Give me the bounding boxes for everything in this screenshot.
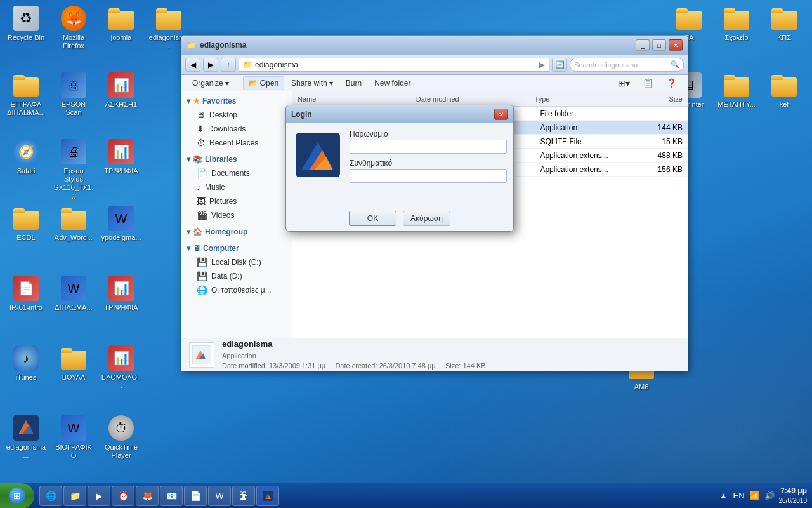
- search-bar[interactable]: Search ediagonisma 🔍: [570, 58, 684, 72]
- cancel-button[interactable]: Ακύρωση: [403, 211, 450, 226]
- folder-kps-icon[interactable]: ΚΠΣ: [761, 3, 807, 44]
- date-modified-value: 13/3/2009 1:31 μμ: [269, 362, 325, 370]
- taskbar-app6-button[interactable]: 📧: [160, 486, 183, 506]
- ok-button[interactable]: OK: [349, 211, 396, 226]
- taskbar-ie-button[interactable]: 🌐: [39, 486, 62, 506]
- nav-pictures[interactable]: 🖼 Pictures: [181, 194, 292, 208]
- clock-time: 7:49 μμ: [779, 486, 808, 497]
- firefox-icon[interactable]: 🦊 Mozilla Firefox: [51, 3, 96, 53]
- local-disk-icon: 💾: [197, 257, 207, 267]
- ediagonisma-bot-icon[interactable]: ediagonisma...: [3, 413, 49, 462]
- taskbar-ediagonisma-button[interactable]: [256, 486, 279, 506]
- libraries-header[interactable]: ▾ 📚 Libraries: [181, 152, 292, 166]
- libraries-arrow-icon: ▾: [187, 155, 190, 164]
- eggrafa-icon[interactable]: ΕΓΓΡΑΦΑ ΔΙΠΛΩΜΑ...: [3, 70, 49, 119]
- help-button[interactable]: ❓: [660, 76, 683, 90]
- diploma-icon[interactable]: W ΔΙΠΛΩΜΑ...: [51, 273, 96, 314]
- login-form: Παρωνύμιο Συνθηματικό: [350, 130, 507, 199]
- share-with-button[interactable]: Share with ▾: [285, 76, 339, 90]
- favorites-star-icon: ★: [193, 97, 200, 105]
- word-icon: W: [214, 490, 225, 502]
- homegroup-header[interactable]: ▾ 🏠 Homegroup: [181, 225, 292, 239]
- folder-sxoleio-icon[interactable]: Σχολείο: [714, 3, 759, 44]
- voula-icon[interactable]: ΒΟΥΛΑ: [51, 343, 96, 384]
- back-button[interactable]: ◀: [185, 58, 200, 72]
- login-buttons: OK Ακύρωση: [286, 206, 513, 231]
- nav-downloads[interactable]: ⬇ Downloads: [181, 122, 292, 136]
- app4-icon: ⏰: [117, 490, 129, 502]
- epson-scan-icon[interactable]: 🖨 EPSON Scan: [51, 70, 96, 119]
- taskbar-explorer-button[interactable]: 📁: [63, 486, 86, 506]
- password-input[interactable]: [350, 169, 507, 183]
- col-date-header: Date modified: [416, 95, 535, 103]
- date-created-label: Date created:: [335, 362, 377, 370]
- ecdl-icon[interactable]: ECDL: [3, 203, 49, 244]
- ir01-icon[interactable]: 📄 IR-01-intro: [3, 273, 49, 314]
- preview-button[interactable]: 📋: [637, 76, 659, 90]
- taskbar-firefox-button[interactable]: 🦊: [136, 486, 159, 506]
- nav-network[interactable]: 🌐 Οι τοποθεσίες μ...: [181, 283, 292, 297]
- taskbar-word-button[interactable]: W: [208, 486, 231, 506]
- quicktime-icon[interactable]: ⏱ QuickTime Player: [98, 413, 144, 462]
- date-modified-label: Date modified:: [222, 362, 267, 370]
- new-folder-button[interactable]: New folder: [369, 76, 416, 90]
- favorites-header[interactable]: ▾ ★ Favorites: [181, 94, 292, 108]
- start-button[interactable]: [0, 483, 34, 509]
- tray-lang-icon[interactable]: EN: [733, 490, 745, 502]
- joomla-icon[interactable]: joomla: [98, 3, 144, 44]
- askisi1-icon[interactable]: 📊 ΑΣΚΗΣΗ1: [98, 70, 144, 111]
- recycle-bin-icon[interactable]: ♻ Recycle Bin: [3, 3, 49, 44]
- refresh-button[interactable]: 🔄: [552, 58, 567, 72]
- taskbar-zip-button[interactable]: 🗜: [232, 486, 255, 506]
- viografiko-icon[interactable]: W ΒΙΟΓΡΑΦΙΚΟ: [51, 413, 96, 462]
- nav-desktop[interactable]: 🖥 Desktop: [181, 108, 292, 122]
- organize-button[interactable]: Organize ▾: [187, 76, 235, 90]
- epson-stylus-icon[interactable]: 🖨 Epson Stylus SX110_TX1...: [51, 137, 96, 203]
- close-button[interactable]: ✕: [669, 39, 683, 51]
- taskbar-media-button[interactable]: ▶: [88, 486, 110, 506]
- safari-icon[interactable]: 🧭 Safari: [3, 137, 49, 178]
- login-logo: [292, 130, 343, 180]
- username-input[interactable]: [350, 140, 507, 154]
- forward-button[interactable]: ▶: [203, 58, 218, 72]
- view-button[interactable]: ⊞▾: [612, 76, 636, 90]
- tripsyfia2-icon[interactable]: 📊 ΤΡΙΨΗΦΙΑ: [98, 273, 144, 314]
- nav-documents[interactable]: 📄 Documents: [181, 166, 292, 180]
- taskbar-items: 🌐 📁 ▶ ⏰ 🦊 📧 📄 W 🗜: [37, 486, 713, 506]
- music-nav-icon: ♪: [197, 182, 201, 192]
- kef-icon[interactable]: kef: [761, 70, 807, 111]
- tray-network-icon[interactable]: 📶: [749, 490, 760, 502]
- nav-data-disk[interactable]: 💾 Data (D:): [181, 269, 292, 283]
- computer-header[interactable]: ▾ 🖥 Computer: [181, 241, 292, 255]
- tripsyfia1-icon[interactable]: 📊 ΤΡΙΨΗΦΙΑ: [98, 137, 144, 178]
- search-placeholder: Search ediagonisma: [574, 61, 638, 69]
- taskbar-app7-button[interactable]: 📄: [184, 486, 207, 506]
- itunes-icon[interactable]: ♪ iTunes: [3, 343, 49, 384]
- burn-button[interactable]: Burn: [340, 76, 367, 90]
- up-button[interactable]: ↑: [221, 58, 236, 72]
- address-bar[interactable]: 📁 ediagonisma ▶: [239, 58, 549, 72]
- open-icon: 📂: [249, 79, 258, 88]
- detail-dates: Date modified: 13/3/2009 1:31 μμ Date cr…: [222, 361, 486, 371]
- nav-local-disk[interactable]: 💾 Local Disk (C:): [181, 255, 292, 269]
- start-orb: [9, 488, 25, 504]
- adv-word-icon[interactable]: Adv_Word...: [51, 203, 96, 244]
- col-name-header: Name: [298, 95, 416, 103]
- tray-sound-icon[interactable]: 🔊: [764, 490, 775, 502]
- nav-recent-places[interactable]: ⏱ Recent Places: [181, 136, 292, 150]
- desktop-nav-icon: 🖥: [197, 110, 206, 120]
- taskbar-app4-button[interactable]: ⏰: [112, 486, 134, 506]
- address-icon: 📁: [243, 60, 252, 69]
- vathmo-icon[interactable]: 📊 ΒΑΘΜΟΛΟ...: [98, 343, 144, 392]
- nav-videos[interactable]: 🎬 Videos: [181, 208, 292, 222]
- pictures-nav-icon: 🖼: [197, 196, 206, 206]
- clock[interactable]: 7:49 μμ 26/8/2010: [779, 486, 808, 505]
- tray-arrow-icon[interactable]: ▲: [718, 490, 730, 502]
- maximize-button[interactable]: □: [652, 39, 666, 51]
- nav-music[interactable]: ♪ Music: [181, 180, 292, 194]
- login-close-button[interactable]: ✕: [494, 109, 508, 120]
- metatpty-icon[interactable]: ΜΕΤΑΠΤΥ...: [714, 70, 759, 111]
- ypodeigma-icon[interactable]: W ypodeigma...: [98, 203, 144, 244]
- open-button[interactable]: 📂 Open: [243, 76, 284, 90]
- minimize-button[interactable]: _: [636, 39, 650, 51]
